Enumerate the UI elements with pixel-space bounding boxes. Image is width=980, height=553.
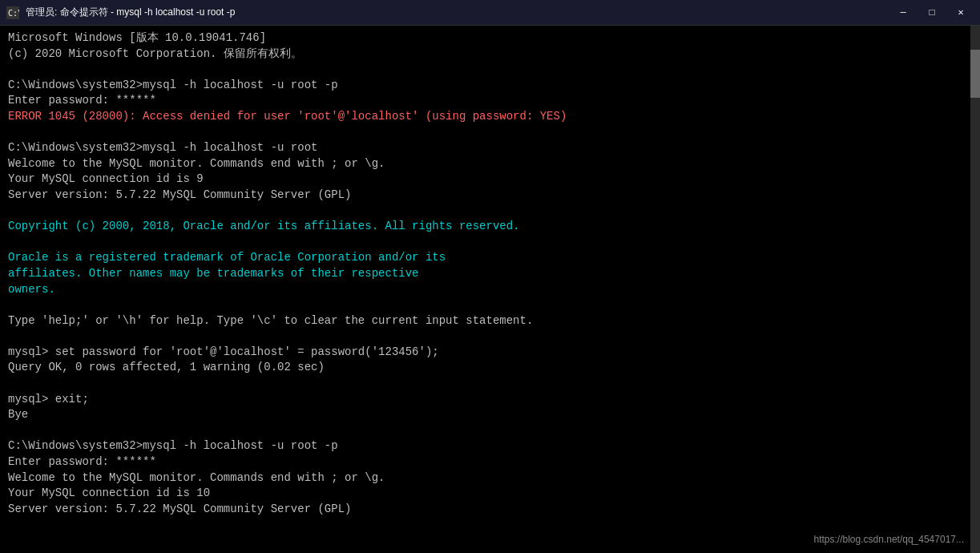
line-13: owners. — [8, 282, 961, 298]
line-23: Server version: 5.7.22 MySQL Community S… — [8, 502, 961, 518]
terminal-content: Microsoft Windows [版本 10.0.19041.746] (c… — [8, 30, 972, 517]
terminal-body[interactable]: Microsoft Windows [版本 10.0.19041.746] (c… — [0, 26, 980, 553]
line-7: Welcome to the MySQL monitor. Commands e… — [8, 156, 961, 172]
line-18: Bye — [8, 407, 961, 423]
line-4: Enter password: ****** — [8, 93, 961, 109]
line-20: Enter password: ****** — [8, 454, 961, 470]
line-2: (c) 2020 Microsoft Corporation. 保留所有权利。 — [8, 46, 961, 63]
svg-text:C:\: C:\ — [8, 9, 19, 18]
window-title: 管理员: 命令提示符 - mysql -h localhost -u root … — [26, 6, 235, 19]
line-16: Query OK, 0 rows affected, 1 warning (0.… — [8, 360, 961, 376]
title-bar-left: C:\ 管理员: 命令提示符 - mysql -h localhost -u r… — [6, 6, 235, 19]
line-blank-5 — [8, 297, 961, 313]
minimize-button[interactable]: ─ — [890, 5, 916, 21]
line-6: C:\Windows\system32>mysql -h localhost -… — [8, 140, 961, 156]
line-22: Your MySQL connection id is 10 — [8, 486, 961, 502]
scrollbar-thumb[interactable] — [970, 50, 980, 98]
line-3: C:\Windows\system32>mysql -h localhost -… — [8, 78, 961, 94]
line-blank-8 — [8, 423, 961, 439]
scrollbar[interactable] — [970, 26, 980, 553]
line-blank-6 — [8, 329, 961, 345]
window-controls[interactable]: ─ □ ✕ — [890, 5, 974, 21]
line-blank-1 — [8, 62, 961, 78]
line-blank-4 — [8, 235, 961, 251]
line-19: C:\Windows\system32>mysql -h localhost -… — [8, 438, 961, 454]
terminal-icon: C:\ — [6, 6, 19, 19]
line-5: ERROR 1045 (28000): Access denied for us… — [8, 109, 961, 125]
line-9: Server version: 5.7.22 MySQL Community S… — [8, 188, 961, 204]
line-15: mysql> set password for 'root'@'localhos… — [8, 345, 961, 361]
line-17: mysql> exit; — [8, 392, 961, 408]
close-button[interactable]: ✕ — [948, 5, 974, 21]
line-1: Microsoft Windows [版本 10.0.19041.746] — [8, 30, 961, 46]
line-14: Type 'help;' or '\h' for help. Type '\c'… — [8, 313, 961, 329]
line-12: affiliates. Other names may be trademark… — [8, 266, 961, 282]
line-blank-2 — [8, 125, 961, 141]
line-11: Oracle is a registered trademark of Orac… — [8, 250, 961, 266]
maximize-button[interactable]: □ — [919, 5, 945, 21]
line-10: Copyright (c) 2000, 2018, Oracle and/or … — [8, 219, 961, 235]
title-bar: C:\ 管理员: 命令提示符 - mysql -h localhost -u r… — [0, 0, 980, 26]
line-blank-7 — [8, 376, 961, 392]
line-blank-3 — [8, 204, 961, 220]
line-21: Welcome to the MySQL monitor. Commands e… — [8, 470, 961, 486]
terminal-window: C:\ 管理员: 命令提示符 - mysql -h localhost -u r… — [0, 0, 980, 553]
watermark: https://blog.csdn.net/qq_4547017... — [814, 533, 964, 547]
line-8: Your MySQL connection id is 9 — [8, 172, 961, 188]
